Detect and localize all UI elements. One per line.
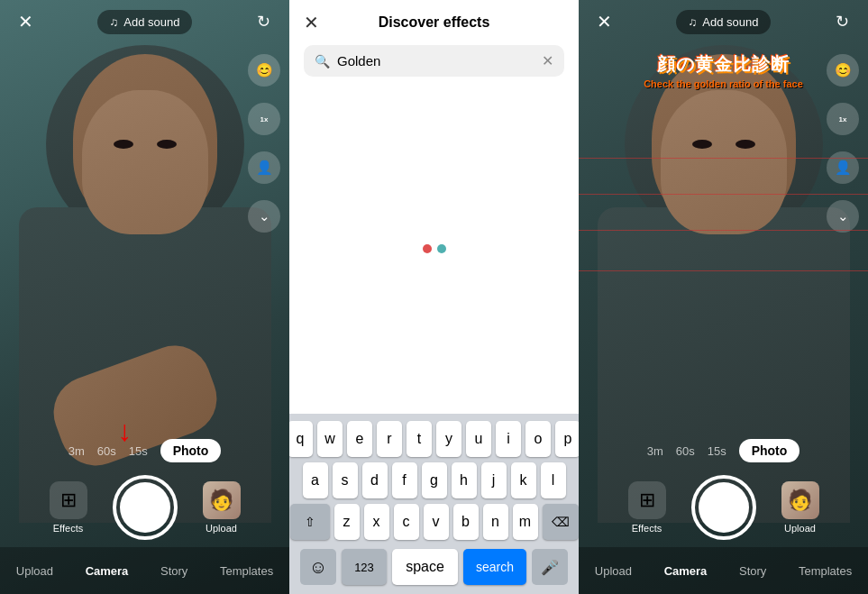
nav-story-right[interactable]: Story — [732, 557, 773, 585]
duration-60s-left[interactable]: 60s — [97, 444, 116, 458]
refresh-button-right[interactable]: ↻ — [828, 7, 857, 36]
nav-story-left[interactable]: Story — [153, 557, 195, 585]
top-bar-right: ✕ ♫ Add sound ↻ — [579, 0, 868, 43]
person-icon-left[interactable]: 👤 — [248, 151, 280, 184]
nav-upload-right[interactable]: Upload — [588, 557, 639, 585]
keyboard-bottom-row: ☺ 123 space search 🎤 — [293, 545, 575, 590]
effects-grid-icon-left: ⊞ — [50, 481, 87, 519]
key-y[interactable]: y — [436, 421, 461, 457]
key-s[interactable]: s — [333, 462, 358, 498]
key-z[interactable]: z — [334, 504, 360, 540]
key-shift[interactable]: ⇧ — [290, 504, 330, 540]
key-j[interactable]: j — [481, 462, 507, 498]
capture-row-left: ⊞ Effects 🧑 Upload — [0, 475, 289, 540]
key-c[interactable]: c — [394, 504, 419, 540]
key-m[interactable]: m — [513, 504, 538, 540]
nav-camera-left[interactable]: Camera — [78, 557, 136, 585]
effects-label-left: Effects — [53, 523, 83, 534]
nav-upload-left[interactable]: Upload — [9, 557, 60, 585]
key-u[interactable]: u — [466, 421, 491, 457]
duration-3m-left[interactable]: 3m — [69, 444, 85, 458]
golden-line-3 — [579, 230, 868, 231]
shutter-button-right[interactable] — [691, 475, 756, 540]
close-button-right[interactable]: ✕ — [589, 7, 618, 36]
key-g[interactable]: g — [422, 462, 447, 498]
key-search[interactable]: search — [463, 549, 526, 585]
key-emoji[interactable]: ☺ — [300, 549, 336, 585]
duration-3m-right[interactable]: 3m — [647, 444, 663, 458]
add-sound-button-right[interactable]: ♫ Add sound — [676, 10, 772, 34]
top-bar-left: ✕ ♫ Add sound ↻ — [0, 0, 289, 43]
golden-line-1 — [579, 158, 868, 159]
modal-header: ✕ Discover effects — [289, 0, 579, 38]
discover-effects-panel: ✕ Discover effects 🔍 ✕ q w e r t y u i o… — [289, 0, 579, 594]
key-k[interactable]: k — [511, 462, 536, 498]
search-icon: 🔍 — [315, 54, 330, 69]
search-bar[interactable]: 🔍 ✕ — [304, 45, 564, 77]
key-b[interactable]: b — [453, 504, 479, 540]
music-icon-left: ♫ — [110, 15, 119, 29]
chevron-down-icon-right[interactable]: ⌄ — [827, 200, 859, 233]
search-input[interactable] — [337, 53, 535, 69]
nav-templates-right[interactable]: Templates — [791, 557, 859, 585]
photo-mode-right[interactable]: Photo — [739, 439, 800, 462]
close-button-left[interactable]: ✕ — [11, 7, 40, 36]
bottom-nav-left: Upload Camera Story Templates — [0, 547, 289, 594]
effects-label-right: Effects — [632, 523, 662, 534]
key-l[interactable]: l — [541, 462, 566, 498]
search-clear-button[interactable]: ✕ — [542, 52, 553, 69]
effects-button-right[interactable]: ⊞ Effects — [628, 481, 666, 534]
nav-camera-right[interactable]: Camera — [657, 557, 715, 585]
effects-button-left[interactable]: ⊞ Effects — [50, 481, 87, 534]
loading-dot-red — [423, 244, 432, 253]
key-123[interactable]: 123 — [342, 549, 387, 585]
key-i[interactable]: i — [496, 421, 521, 457]
key-r[interactable]: r — [377, 421, 402, 457]
chevron-down-icon-left[interactable]: ⌄ — [248, 200, 280, 233]
upload-button-left[interactable]: 🧑 Upload — [203, 481, 241, 534]
key-p[interactable]: p — [555, 421, 579, 457]
duration-row-right: 3m 60s 15s Photo — [647, 439, 800, 462]
key-w[interactable]: w — [317, 421, 343, 457]
upload-button-right[interactable]: 🧑 Upload — [781, 481, 819, 534]
modal-close-button[interactable]: ✕ — [304, 12, 319, 33]
add-sound-label-right: Add sound — [702, 15, 758, 29]
key-backspace[interactable]: ⌫ — [543, 504, 579, 540]
key-q[interactable]: q — [289, 421, 313, 457]
modal-title: Discover effects — [379, 14, 490, 31]
key-mic[interactable]: 🎤 — [532, 549, 568, 585]
shutter-button-left[interactable] — [113, 475, 178, 540]
nav-templates-left[interactable]: Templates — [213, 557, 280, 585]
timer-icon-left[interactable]: 1x — [248, 103, 280, 135]
face-icon-left[interactable]: 😊 — [248, 54, 280, 87]
key-o[interactable]: o — [525, 421, 551, 457]
key-d[interactable]: d — [362, 462, 388, 498]
key-x[interactable]: x — [364, 504, 389, 540]
bottom-controls-left: 3m 60s 15s Photo ⊞ Effects 🧑 Upload — [0, 439, 289, 540]
music-icon-right: ♫ — [689, 15, 698, 29]
key-e[interactable]: e — [347, 421, 372, 457]
key-space[interactable]: space — [392, 549, 458, 585]
keyboard: q w e r t y u i o p a s d f g h j k l ⇧ … — [289, 414, 579, 594]
timer-icon-right[interactable]: 1x — [827, 103, 859, 135]
key-n[interactable]: n — [483, 504, 508, 540]
loading-dot-teal — [437, 244, 446, 253]
key-v[interactable]: v — [424, 504, 449, 540]
keyboard-row-2: a s d f g h j k l — [293, 462, 575, 498]
duration-60s-right[interactable]: 60s — [676, 444, 695, 458]
add-sound-button-left[interactable]: ♫ Add sound — [97, 10, 193, 34]
duration-15s-right[interactable]: 15s — [708, 444, 726, 458]
key-f[interactable]: f — [392, 462, 417, 498]
golden-line-2 — [579, 194, 868, 195]
key-a[interactable]: a — [303, 462, 328, 498]
key-t[interactable]: t — [407, 421, 432, 457]
loading-indicator — [423, 244, 446, 253]
shutter-inner-left — [120, 482, 170, 533]
bottom-controls-right: 3m 60s 15s Photo ⊞ Effects 🧑 Upload — [579, 439, 868, 540]
duration-row-left: 3m 60s 15s Photo — [69, 439, 222, 462]
key-h[interactable]: h — [452, 462, 477, 498]
person-icon-right[interactable]: 👤 — [827, 151, 859, 184]
refresh-button-left[interactable]: ↻ — [250, 7, 279, 36]
add-sound-label-left: Add sound — [123, 15, 179, 29]
photo-mode-left[interactable]: Photo — [160, 439, 222, 462]
